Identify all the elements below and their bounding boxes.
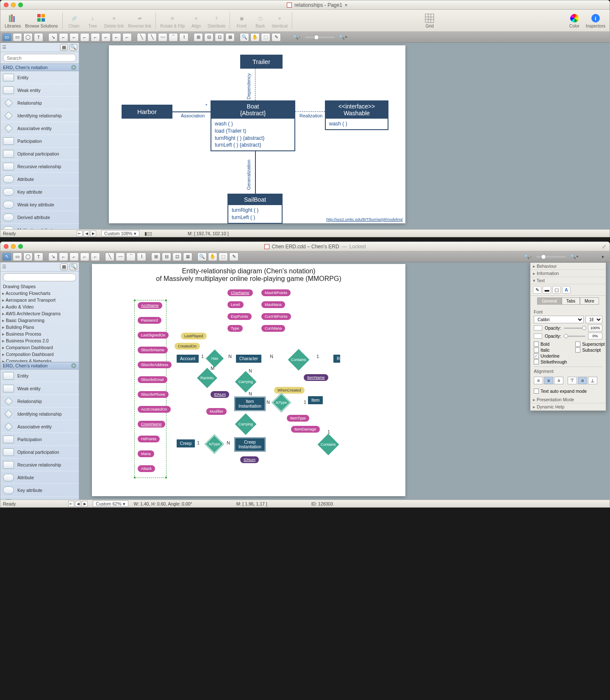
line-tool-3[interactable]: 〰	[158, 33, 167, 42]
font-select[interactable]: Calibri	[534, 316, 584, 323]
attr-modifier[interactable]: Modifier	[206, 408, 227, 415]
zoom-combobox[interactable]: Custom 108%▾	[101, 230, 139, 236]
text-edit-icon[interactable]: ✎	[533, 286, 541, 294]
line-tool-5[interactable]: ⌇	[179, 33, 189, 42]
canvas-2[interactable]: Entity-relationship diagram (Chen's nota…	[79, 262, 610, 500]
zoom-window-icon[interactable]	[18, 3, 23, 7]
inspector-panel[interactable]: Behaviour Information Text ✎ ▬ ▢ A Gener…	[530, 262, 606, 411]
page-navigator[interactable]: ⇤ ◀ ▶	[68, 501, 88, 507]
sub-checkbox[interactable]	[575, 347, 580, 353]
line-tool[interactable]: 〰	[116, 253, 125, 261]
library-search-input[interactable]	[3, 54, 76, 62]
attr-whencreated[interactable]: WhenCreated	[274, 387, 305, 394]
tree-item[interactable]: Comparison Dashboard	[0, 344, 79, 351]
panel-grid-view-icon[interactable]: ▦	[60, 264, 68, 270]
panel-search-icon[interactable]: 🔍	[69, 44, 77, 51]
attr-oval[interactable]: Password	[138, 317, 161, 324]
valign-mid-button[interactable]: ≡	[578, 377, 587, 384]
uml-class-sailboat[interactable]: SailBoat turnRight ( ) turnLeft ( )	[227, 194, 283, 224]
attr-itemname[interactable]: ItemName	[304, 374, 328, 381]
attr-oval[interactable]: SbscrbrAddress	[138, 361, 172, 368]
libraries-button[interactable]: Libraries	[3, 11, 22, 31]
group-tool[interactable]: ⊠	[183, 253, 192, 261]
rel-raninto[interactable]: RanInto	[197, 368, 217, 388]
minimize-window-icon[interactable]	[11, 244, 16, 249]
library-item[interactable]: Key attribute	[0, 484, 79, 497]
titlebar-2[interactable]: Chen ERD.cdd – Chen's ERD — Locked ⤢	[0, 242, 610, 251]
close-window-icon[interactable]	[4, 3, 8, 7]
attr-oval[interactable]: CurrMana	[261, 325, 285, 332]
grid-button[interactable]: Grid	[421, 11, 438, 31]
inspector-dynamic-help[interactable]: Dynamic Help	[530, 403, 606, 411]
zoom-in-button[interactable]: 🔍+	[338, 33, 348, 42]
line-tool-1[interactable]: ╲	[137, 33, 146, 42]
align-left-button[interactable]: ≡	[534, 377, 543, 384]
connector-tool[interactable]: ⌐	[59, 253, 68, 261]
panel-toggle-icon[interactable]: ☰	[2, 264, 6, 269]
underline-checkbox[interactable]: ✓	[534, 353, 539, 358]
library-item[interactable]: Multivalue attribute	[0, 224, 79, 229]
library-item[interactable]: Relationship	[0, 395, 79, 408]
view-toggle-icon-1[interactable]: ▮▯▯	[144, 231, 152, 236]
library-item[interactable]: Participation	[0, 433, 79, 446]
library-item[interactable]: Weak entity	[0, 84, 79, 97]
group-tool[interactable]: ⊡	[172, 253, 182, 261]
tree-item[interactable]: Aerospace and Transport	[0, 297, 79, 303]
attr-oval[interactable]: AcctName	[138, 302, 162, 309]
rel-carrying-2[interactable]: Carrying	[235, 414, 257, 435]
italic-checkbox[interactable]	[534, 347, 539, 353]
page-first-icon[interactable]: ⇤	[77, 231, 83, 236]
zoom-slider[interactable]	[305, 36, 335, 38]
group-tool-2[interactable]: ⊟	[204, 33, 214, 42]
library-item[interactable]: Weak key attribute	[0, 497, 79, 500]
tree-item[interactable]: Basic Diagramming	[0, 317, 79, 324]
page-prev-icon[interactable]: ◀	[75, 501, 81, 507]
library-item[interactable]: Attribute	[0, 471, 79, 484]
entity-item[interactable]: Item	[308, 396, 323, 404]
library-search-input[interactable]	[3, 273, 76, 281]
attr-itemdamage[interactable]: ItemDamage	[291, 426, 320, 433]
tree-item[interactable]: Computers & Networks	[0, 358, 79, 362]
opacity-slider-1[interactable]	[564, 328, 585, 329]
uml-class-trailer[interactable]: Trailer	[240, 55, 283, 69]
group-tool[interactable]: ⊞	[151, 253, 161, 261]
entity-region[interactable]: Region	[333, 355, 340, 363]
zoom-in-button[interactable]: 🔍+	[570, 253, 579, 261]
ellipse-tool[interactable]: ◯	[23, 33, 33, 42]
chain-button[interactable]: 🔗Chain	[65, 11, 83, 31]
eyedropper-tool[interactable]: ✎	[229, 253, 238, 261]
close-window-icon[interactable]	[4, 244, 8, 249]
library-item[interactable]: Entity	[0, 369, 79, 382]
attr-itemtype[interactable]: ItemType	[287, 415, 309, 422]
tree-item[interactable]: AWS Architecture Diagrams	[0, 310, 79, 317]
attr-idnum-2[interactable]: IDNum	[240, 456, 259, 463]
page-next-icon[interactable]: ▶	[90, 231, 96, 236]
text-tool[interactable]: T	[34, 33, 43, 42]
text-font-icon[interactable]: A	[562, 286, 571, 294]
library-item[interactable]: Weak key attribute	[0, 198, 79, 211]
library-close-icon[interactable]: ×	[71, 65, 76, 70]
zoom-tool[interactable]: 🔍	[197, 253, 207, 261]
rel-has[interactable]: Has	[206, 350, 224, 367]
rect-tool[interactable]: ▭	[13, 253, 22, 261]
library-list[interactable]: EntityWeak entityRelationshipIdentifying…	[0, 71, 79, 229]
reverse-link-button[interactable]: ⇄Reverse link	[126, 11, 153, 31]
library-list-2[interactable]: EntityWeak entityRelationshipIdentifying…	[0, 369, 79, 500]
fg-color-swatch[interactable]	[534, 325, 542, 331]
rotate-flip-button[interactable]: ⟳Rotate & Flip	[158, 11, 186, 31]
pointer-tool[interactable]: ↖	[2, 253, 11, 261]
library-item[interactable]: Entity	[0, 71, 79, 84]
eyedropper-tool[interactable]: ✎	[272, 33, 281, 42]
uml-class-harbor[interactable]: Harbor	[122, 105, 172, 119]
rect-tool[interactable]: ▭	[13, 33, 22, 42]
titlebar[interactable]: relationships - Page1 ▾	[0, 0, 610, 10]
library-item[interactable]: Optional participation	[0, 446, 79, 458]
align-button[interactable]: ≡Align	[187, 11, 205, 31]
entity-creep-instantiation[interactable]: Creep Instantiation	[234, 437, 266, 452]
identical-button[interactable]: ≡Identical	[270, 11, 289, 31]
attr-oval[interactable]: HitPoints	[138, 436, 160, 442]
browse-solutions-button[interactable]: Browse Solutions	[23, 11, 59, 31]
attr-oval[interactable]: MaxHitPoints	[261, 289, 291, 296]
panel-grid-view-icon[interactable]: ▦	[60, 44, 68, 51]
entity-item-instantiation[interactable]: Item Instantiation	[234, 396, 266, 411]
